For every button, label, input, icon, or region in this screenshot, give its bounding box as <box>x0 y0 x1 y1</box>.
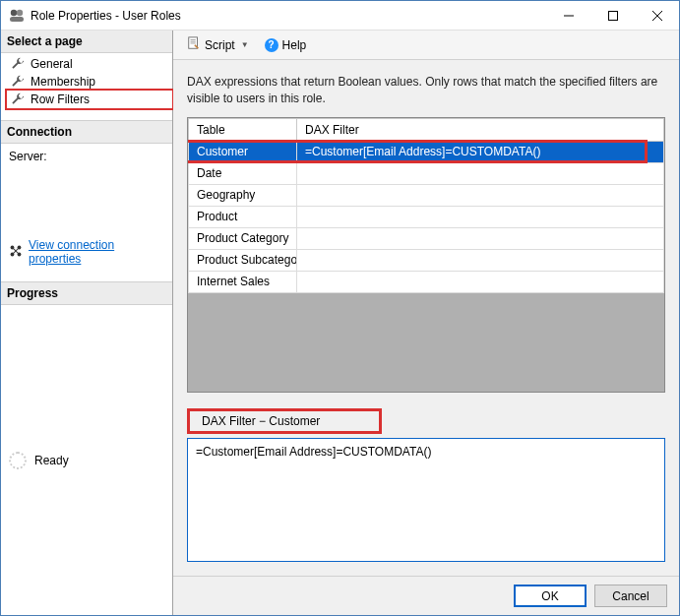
dax-filter-value: =Customer[Email Address]=CUSTOMDATA() <box>196 445 431 459</box>
svg-point-1 <box>17 9 23 15</box>
connection-panel: Server: View connection properties <box>1 144 172 281</box>
cell-dax[interactable] <box>297 249 664 271</box>
help-label: Help <box>282 38 307 52</box>
table-row[interactable]: Date <box>189 162 664 184</box>
svg-rect-2 <box>10 17 24 22</box>
titlebar: Role Properties - User Roles <box>1 1 679 31</box>
dax-filter-section-label: DAX Filter − Customer <box>187 408 382 434</box>
content-area: DAX expressions that return Boolean valu… <box>173 60 679 576</box>
sidebar-item-label: Membership <box>31 75 95 89</box>
table-row[interactable]: Product Category <box>189 227 664 249</box>
svg-rect-4 <box>608 11 617 20</box>
cell-table[interactable]: Internet Sales <box>189 271 297 292</box>
sidebar-item-label: General <box>31 57 73 71</box>
dialog-footer: OK Cancel <box>173 576 679 615</box>
description-text: DAX expressions that return Boolean valu… <box>187 74 665 107</box>
help-button[interactable]: ? Help <box>259 36 313 54</box>
window-title: Role Properties - User Roles <box>31 9 181 23</box>
connection-icon <box>9 244 23 261</box>
dax-filter-editor[interactable]: =Customer[Email Address]=CUSTOMDATA() <box>187 438 665 562</box>
cell-table[interactable]: Date <box>189 162 297 184</box>
cell-dax[interactable] <box>297 184 664 206</box>
script-button[interactable]: Script ▼ <box>181 34 255 55</box>
select-page-header: Select a page <box>1 31 172 53</box>
col-header-dax[interactable]: DAX Filter <box>297 118 664 141</box>
wrench-icon <box>11 75 25 89</box>
view-connection-label: View connection properties <box>29 238 164 266</box>
progress-spinner-icon <box>9 452 27 469</box>
progress-panel: Ready <box>1 305 172 615</box>
cell-table[interactable]: Product Category <box>189 227 297 249</box>
view-connection-properties-link[interactable]: View connection properties <box>9 238 164 266</box>
progress-status: Ready <box>34 454 69 467</box>
svg-point-0 <box>11 9 17 15</box>
cell-dax[interactable] <box>297 227 664 249</box>
cell-dax[interactable] <box>297 162 664 184</box>
table-row[interactable]: Product <box>189 206 664 227</box>
cell-table[interactable]: Product Subcategory <box>189 249 297 271</box>
cell-table[interactable]: Product <box>189 206 297 227</box>
script-icon <box>187 36 201 53</box>
cancel-button[interactable]: Cancel <box>594 585 667 607</box>
table-row[interactable]: Customer =Customer[Email Address]=CUSTOM… <box>189 141 664 162</box>
wrench-icon <box>11 92 25 106</box>
connection-header: Connection <box>1 120 172 144</box>
progress-header: Progress <box>1 281 172 305</box>
wrench-icon <box>11 57 25 71</box>
cell-dax[interactable] <box>297 206 664 227</box>
minimize-button[interactable] <box>546 1 590 31</box>
cell-dax[interactable] <box>297 271 664 292</box>
script-label: Script <box>205 38 235 52</box>
left-pane: Select a page General Membership <box>1 31 173 615</box>
table-row[interactable]: Internet Sales <box>189 271 664 292</box>
cell-table[interactable]: Customer <box>189 141 297 162</box>
table-row[interactable]: Product Subcategory <box>189 249 664 271</box>
page-list: General Membership Row Filters <box>1 53 172 120</box>
cell-table[interactable]: Geography <box>189 184 297 206</box>
right-pane: Script ▼ ? Help DAX expressions that ret… <box>173 31 679 615</box>
sidebar-item-row-filters[interactable]: Row Filters <box>5 89 174 110</box>
close-button[interactable] <box>635 1 679 31</box>
server-label: Server: <box>9 150 164 163</box>
chevron-down-icon: ▼ <box>241 40 249 49</box>
toolbar: Script ▼ ? Help <box>173 31 679 60</box>
sidebar-item-general[interactable]: General <box>1 55 172 73</box>
cell-dax[interactable]: =Customer[Email Address]=CUSTOMDATA() <box>297 141 664 162</box>
ok-label: OK <box>541 589 558 603</box>
app-icon <box>9 8 25 24</box>
table-row[interactable]: Geography <box>189 184 664 206</box>
filters-grid: Table DAX Filter Customer =Customer[Emai… <box>187 117 665 393</box>
maximize-button[interactable] <box>590 1 635 31</box>
cancel-label: Cancel <box>612 589 649 603</box>
col-header-table[interactable]: Table <box>189 118 297 141</box>
sidebar-item-label: Row Filters <box>31 92 90 106</box>
help-icon: ? <box>265 38 278 52</box>
ok-button[interactable]: OK <box>514 585 587 607</box>
window: Role Properties - User Roles Select a pa… <box>0 0 680 616</box>
